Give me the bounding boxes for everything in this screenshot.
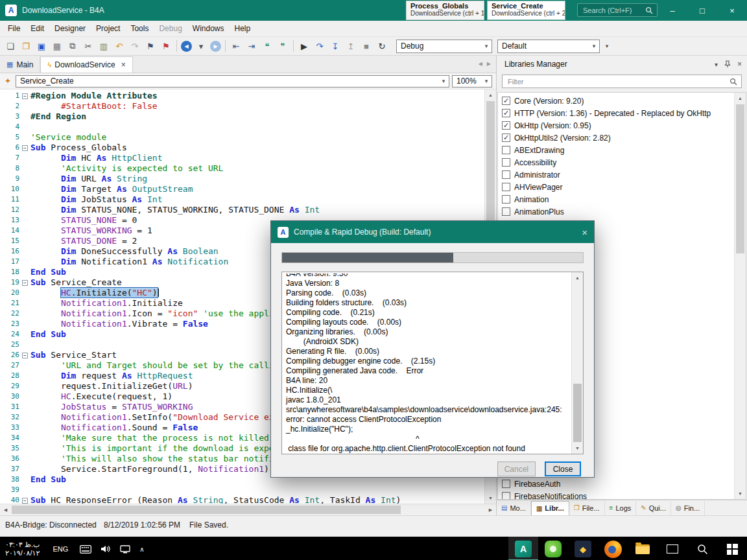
scrollbar-thumb[interactable]: [12, 506, 401, 514]
bookmark-icon[interactable]: ⚑: [143, 39, 158, 53]
cancel-button[interactable]: Cancel: [497, 461, 536, 476]
outdent-icon[interactable]: ⇤: [229, 39, 243, 53]
designer-icon[interactable]: ▦: [50, 39, 64, 53]
indent-icon[interactable]: ⇥: [244, 39, 259, 53]
tab-close-icon[interactable]: ×: [121, 60, 126, 69]
code-line[interactable]: 10 Dim Target As OutputStream: [0, 184, 484, 194]
navigate-back-icon[interactable]: ◀: [181, 41, 192, 52]
code-line[interactable]: 7 Dim HC As HttpClient: [0, 153, 484, 163]
undo-icon[interactable]: ↶: [112, 39, 126, 53]
search-input[interactable]: [582, 6, 645, 15]
fold-marker[interactable]: −: [19, 350, 30, 360]
taskbar-emulator-app[interactable]: [538, 537, 568, 560]
task-view-button[interactable]: [658, 537, 687, 560]
fold-marker[interactable]: −: [19, 495, 30, 504]
compile-log[interactable]: B4A Version: 9.30Java Version: 8Parsing …: [281, 272, 584, 454]
run-icon[interactable]: ▶: [297, 39, 311, 53]
step-out-icon[interactable]: ↥: [344, 39, 358, 53]
editor-horizontal-scrollbar[interactable]: ◀ ▶: [0, 504, 496, 515]
build-config-select[interactable]: Default ▾: [497, 40, 600, 53]
menu-debug[interactable]: Debug: [154, 21, 187, 36]
taskbar-clock[interactable]: ب.ظ ٠٣:٠٣ ٢٠١٩/٠٨/١٢: [0, 541, 46, 557]
panel-tab-libr[interactable]: ▥Libr...: [531, 501, 569, 515]
paste-icon[interactable]: ▥: [97, 39, 111, 53]
fold-marker[interactable]: −: [19, 277, 30, 288]
library-item[interactable]: FirebaseAuth: [498, 478, 746, 490]
library-checkbox[interactable]: [502, 170, 510, 179]
code-line[interactable]: 1−#Region Module Attributes: [0, 91, 484, 101]
pin-icon[interactable]: [724, 60, 731, 68]
log-scrollbar[interactable]: ▲ ▼: [571, 272, 583, 454]
step-into-icon[interactable]: ↧: [328, 39, 342, 53]
library-item[interactable]: Administrator: [498, 169, 746, 181]
library-scrollbar[interactable]: ▲ ▼: [734, 93, 746, 499]
close-dialog-button[interactable]: Close: [545, 461, 581, 476]
bookmark-clear-icon[interactable]: ⚑: [159, 39, 173, 53]
close-button[interactable]: ×: [717, 0, 747, 21]
dialog-close-icon[interactable]: ×: [582, 227, 587, 238]
panel-tab-qui[interactable]: ✎Qui...: [636, 501, 671, 515]
scroll-right-icon[interactable]: ▶: [485, 504, 496, 515]
library-checkbox[interactable]: [502, 183, 510, 191]
tab-scroll-right-icon[interactable]: ▶: [487, 61, 491, 67]
code-line[interactable]: 3#End Region: [0, 111, 484, 122]
scroll-down-icon[interactable]: ▼: [572, 443, 583, 454]
taskbar-explorer-app[interactable]: [628, 537, 658, 560]
scroll-up-icon[interactable]: ▲: [485, 89, 496, 100]
taskbar-browser-app[interactable]: [598, 537, 628, 560]
taskbar-search-button[interactable]: [687, 537, 717, 560]
start-button[interactable]: [717, 537, 747, 560]
scroll-down-icon[interactable]: ▼: [485, 493, 496, 504]
debug-mode-select[interactable]: Debug ▾: [396, 40, 492, 53]
scroll-left-icon[interactable]: ◀: [0, 504, 11, 515]
taskbar-designer-app[interactable]: ◆: [568, 537, 598, 560]
code-line[interactable]: 11 Dim JobStatus As Int: [0, 194, 484, 205]
library-checkbox[interactable]: [502, 158, 510, 167]
comment-icon[interactable]: ❝: [260, 39, 274, 53]
menu-project[interactable]: Project: [91, 21, 125, 36]
code-line[interactable]: 4: [0, 122, 484, 132]
zoom-select[interactable]: 100% ▾: [452, 75, 492, 88]
navigate-back-menu-icon[interactable]: ▾: [194, 39, 208, 53]
library-item[interactable]: Accessibility: [498, 156, 746, 169]
scrollbar-thumb[interactable]: [573, 384, 582, 442]
maximize-button[interactable]: □: [687, 0, 717, 21]
library-item[interactable]: ✓Core (Version: 9.20): [498, 95, 746, 107]
menu-designer[interactable]: Designer: [49, 21, 91, 36]
library-checkbox[interactable]: ✓: [502, 121, 510, 130]
menu-windows[interactable]: Windows: [187, 21, 230, 36]
scroll-up-icon[interactable]: ▲: [735, 93, 746, 104]
rebuild-icon[interactable]: ↻: [375, 39, 389, 53]
dialog-header[interactable]: A Compile & Rapid Debug (Build: Default)…: [271, 221, 594, 243]
fold-box-icon[interactable]: −: [22, 93, 28, 99]
library-item[interactable]: ABExtDrawing: [498, 144, 746, 156]
language-indicator[interactable]: ENG: [46, 545, 75, 553]
library-checkbox[interactable]: [502, 195, 510, 204]
library-checkbox[interactable]: ✓: [502, 134, 510, 142]
fold-marker[interactable]: −: [19, 143, 30, 153]
tab-main[interactable]: ▦ Main: [0, 56, 40, 73]
volume-icon[interactable]: [101, 544, 111, 554]
tab-downloadservice[interactable]: ϟ DownloadService ×: [40, 56, 132, 73]
fold-marker[interactable]: −: [19, 91, 30, 101]
library-item[interactable]: AHViewPager: [498, 181, 746, 193]
code-line[interactable]: 12 Dim STATUS_NONE, STATUS_WORKING, STAT…: [0, 205, 484, 215]
library-item[interactable]: ✓OkHttp (Version: 0.95): [498, 119, 746, 132]
library-item[interactable]: Animation: [498, 193, 746, 205]
library-item[interactable]: AnimationPlus: [498, 205, 746, 218]
menu-file[interactable]: File: [3, 21, 25, 36]
code-line[interactable]: 40−Sub HC_ResponseError (Reason As Strin…: [0, 495, 484, 504]
scroll-up-icon[interactable]: ▲: [572, 272, 583, 283]
library-checkbox[interactable]: ✓: [502, 109, 510, 117]
redo-icon[interactable]: ↷: [128, 39, 142, 53]
fold-box-icon[interactable]: −: [22, 498, 28, 504]
copy-icon[interactable]: ⧉: [65, 39, 80, 53]
minimize-button[interactable]: –: [658, 0, 687, 21]
panel-tab-file[interactable]: ❐File...: [569, 501, 605, 515]
library-checkbox[interactable]: [502, 492, 510, 500]
open-project-icon[interactable]: ❐: [19, 39, 33, 53]
display-icon[interactable]: [120, 545, 130, 554]
toolbar-overflow-button[interactable]: ▾: [602, 39, 611, 53]
taskbar-b4a-app[interactable]: A: [508, 537, 538, 560]
library-checkbox[interactable]: [502, 146, 510, 154]
